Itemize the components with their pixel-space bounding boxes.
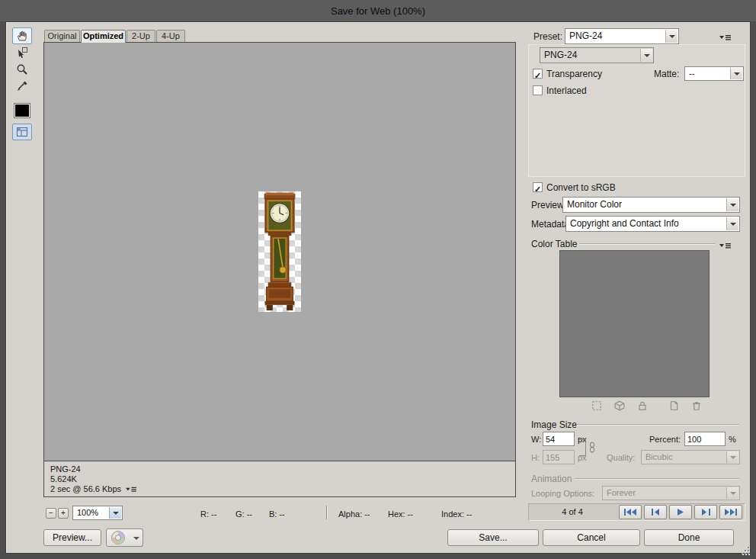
chevron-down-icon <box>726 198 738 211</box>
download-rate-menu-icon[interactable] <box>125 485 137 493</box>
metadata-select[interactable]: Copyright and Contact Info <box>565 216 740 232</box>
tab-optimized[interactable]: Optimized <box>81 30 126 43</box>
preview-select[interactable]: Monitor Color <box>562 197 740 213</box>
browser-select-dropdown[interactable] <box>130 528 143 547</box>
hand-tool[interactable] <box>12 27 32 44</box>
chevron-down-icon <box>730 68 742 79</box>
lock-color-icon[interactable] <box>637 400 648 411</box>
preview-in-browser-button[interactable]: Preview... <box>43 529 101 546</box>
browser-select-button[interactable] <box>106 528 130 547</box>
percent-unit: % <box>729 435 736 444</box>
quality-label: Quality: <box>607 453 635 462</box>
previous-frame-button[interactable] <box>644 505 667 519</box>
color-table-panel-menu-icon[interactable] <box>719 239 732 249</box>
web-shift-icon[interactable] <box>614 400 625 411</box>
play-icon <box>678 509 684 516</box>
dialog-title: Save for Web (100%) <box>331 5 425 17</box>
readout-b: B:-- <box>269 509 285 519</box>
first-frame-button[interactable] <box>619 505 642 519</box>
grandfather-clock-image <box>258 191 301 312</box>
frame-counter: 4 of 4 <box>530 507 615 516</box>
height-label: H: <box>531 453 540 462</box>
eyedropper-tool[interactable] <box>12 78 32 95</box>
image-size-title: Image Size <box>531 419 577 430</box>
eyedropper-icon <box>15 79 29 93</box>
optimized-image[interactable] <box>258 191 301 312</box>
width-input[interactable] <box>543 432 575 446</box>
percent-input[interactable] <box>684 432 726 446</box>
convert-srgb-checkbox[interactable]: ✓ <box>533 182 543 192</box>
cancel-button[interactable]: Cancel <box>543 529 640 546</box>
slice-select-icon <box>15 46 29 59</box>
save-button[interactable]: Save... <box>447 529 539 546</box>
next-frame-button[interactable] <box>694 505 717 519</box>
magnifier-icon <box>15 63 29 76</box>
looping-options-select[interactable]: Forever <box>602 486 740 500</box>
new-color-icon[interactable] <box>668 400 679 411</box>
eyedropper-color-swatch[interactable] <box>14 103 30 118</box>
interlaced-label: Interlaced <box>546 85 587 96</box>
color-table-swatches[interactable] <box>559 250 710 397</box>
color-table-title: Color Table <box>531 239 577 249</box>
link-dimensions-bracket <box>579 439 586 456</box>
percent-label: Percent: <box>640 435 681 444</box>
format-select[interactable]: PNG-24 <box>540 47 654 63</box>
chevron-down-icon <box>726 217 738 230</box>
chevron-down-icon <box>109 507 121 519</box>
tab-original[interactable]: Original <box>44 30 80 42</box>
select-colors-icon[interactable] <box>591 400 602 411</box>
transparency-label: Transparency <box>546 69 602 79</box>
width-label: W: <box>531 435 541 444</box>
preview-label: Preview: <box>531 200 566 210</box>
browser-globe-icon <box>111 530 126 545</box>
slice-select-tool[interactable] <box>12 44 32 61</box>
readout-alpha: Alpha:-- <box>338 509 370 519</box>
toggle-slices-button[interactable] <box>12 124 32 140</box>
zoom-level-select[interactable]: 100% <box>72 506 123 520</box>
animation-header-line <box>575 478 739 480</box>
readout-hex: Hex:-- <box>388 509 413 519</box>
chevron-down-icon <box>726 451 738 463</box>
chevron-down-icon <box>726 487 738 499</box>
previous-frame-icon <box>652 509 660 516</box>
statusbar-divider <box>326 506 327 519</box>
save-for-web-dialog: Save for Web (100%) <box>0 0 756 559</box>
readout-r: R:-- <box>200 509 216 519</box>
readout-index: Index:-- <box>441 509 472 519</box>
zoom-out-button[interactable]: − <box>46 508 56 519</box>
animation-title: Animation <box>531 474 572 484</box>
zoom-in-button[interactable]: + <box>58 508 69 519</box>
interlaced-checkbox[interactable] <box>533 85 543 95</box>
tab-4up[interactable]: 4-Up <box>156 30 185 42</box>
transparency-checkbox[interactable]: ✓ <box>533 69 543 79</box>
preset-label: Preset: <box>533 31 562 42</box>
preview-info: PNG-24 5.624K 2 sec @ 56.6 Kbps <box>44 461 515 496</box>
next-frame-icon <box>702 509 710 516</box>
optimized-format: PNG-24 <box>50 464 81 474</box>
chevron-down-icon <box>133 537 139 540</box>
resize-grip[interactable] <box>742 547 750 555</box>
preset-select[interactable]: PNG-24 <box>565 28 679 44</box>
quality-select[interactable]: Bicubic <box>641 450 740 464</box>
last-frame-icon <box>725 509 737 516</box>
tab-2up[interactable]: 2-Up <box>127 30 155 42</box>
convert-srgb-label: Convert to sRGB <box>546 182 616 193</box>
delete-color-icon[interactable] <box>691 400 702 411</box>
preset-panel-menu-icon[interactable] <box>719 31 732 40</box>
first-frame-icon <box>624 509 636 516</box>
optimized-filesize: 5.624K <box>50 474 77 484</box>
matte-select[interactable]: -- <box>684 66 744 81</box>
done-button[interactable]: Done <box>644 529 734 546</box>
matte-label: Matte: <box>654 69 679 79</box>
chevron-down-icon <box>665 30 678 43</box>
image-size-header-line <box>577 424 739 426</box>
title-bar[interactable]: Save for Web (100%) <box>0 0 756 21</box>
chain-link-icon <box>588 442 596 456</box>
height-input[interactable] <box>543 450 575 464</box>
preview-canvas[interactable] <box>44 43 515 461</box>
play-button[interactable] <box>669 505 692 519</box>
color-table-header-line <box>579 243 715 245</box>
hand-icon <box>15 29 29 43</box>
last-frame-button[interactable] <box>719 505 742 519</box>
zoom-tool[interactable] <box>12 61 32 78</box>
